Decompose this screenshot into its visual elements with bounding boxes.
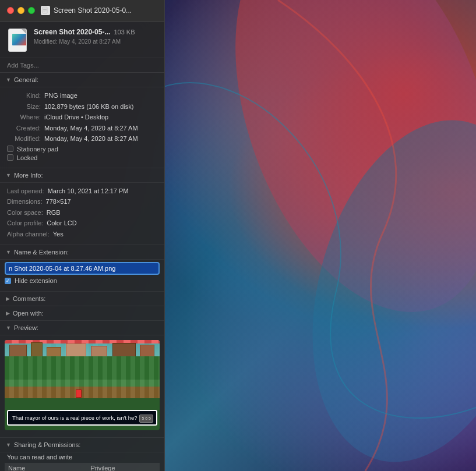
color-space-label: Color space:: [7, 208, 43, 218]
svg-rect-5: [43, 12, 45, 12]
modified-value: Monday, May 4, 2020 at 8:27 AM: [44, 134, 157, 144]
sharing-header[interactable]: ▼ Sharing & Permissions:: [0, 438, 164, 452]
permissions-table: Name Privilege jasoncohen (...: [5, 463, 160, 471]
file-icon: [7, 27, 28, 53]
stationery-row[interactable]: Stationery pad: [7, 146, 157, 153]
you-can-text: You can read and write: [0, 452, 164, 463]
svg-point-0: [186, 0, 476, 348]
file-size: 103 KB: [114, 29, 135, 36]
hide-extension-row[interactable]: ✓ Hide extension: [5, 277, 160, 284]
preview-header[interactable]: ▼ Preview:: [0, 321, 164, 335]
general-arrow-icon: ▼: [6, 77, 11, 83]
close-button[interactable]: [7, 7, 14, 14]
comments-section: ▶ Comments:: [0, 292, 164, 306]
name-ext-arrow-icon: ▼: [6, 249, 11, 255]
game-dialog: That mayor of ours is a real piece of wo…: [7, 410, 157, 426]
preview-image: That mayor of ours is a real piece of wo…: [5, 340, 160, 430]
more-info-header[interactable]: ▼ More Info:: [0, 168, 164, 183]
color-profile-row: Color profile: Color LCD: [7, 218, 157, 228]
sharing-section: ▼ Sharing & Permissions: You can read an…: [0, 438, 164, 471]
general-section: ▼ General: Kind: PNG image Size: 102,879…: [0, 73, 164, 168]
general-section-header[interactable]: ▼ General:: [0, 73, 164, 87]
size-row: Size: 102,879 bytes (106 KB on disk): [7, 102, 157, 112]
sharing-arrow-icon: ▼: [6, 442, 11, 448]
filename-input[interactable]: n Shot 2020-05-04 at 8.27.46 AM.png: [5, 262, 160, 275]
window-title: Screen Shot 2020-05-0...: [54, 6, 157, 15]
window-icon: [41, 6, 50, 15]
name-column-header: Name: [5, 463, 87, 471]
comments-label: Comments:: [13, 295, 45, 302]
last-opened-row: Last opened: March 10, 2021 at 12:17 PM: [7, 186, 157, 196]
hide-extension-label: Hide extension: [15, 277, 57, 284]
color-space-value: RGB: [47, 208, 157, 218]
modified-label: Modified:: [7, 134, 41, 144]
more-info-content: Last opened: March 10, 2021 at 12:17 PM …: [0, 183, 164, 246]
open-with-arrow-icon: ▶: [6, 310, 10, 316]
created-value: Monday, May 4, 2020 at 8:27 AM: [44, 123, 157, 133]
sharing-label: Sharing & Permissions:: [14, 441, 80, 448]
alpha-row: Alpha channel: Yes: [7, 229, 157, 239]
file-modified: Modified: May 4, 2020 at 8:27 AM: [34, 38, 157, 45]
where-row: Where: iCloud Drive • Desktop: [7, 112, 157, 122]
where-label: Where:: [7, 112, 41, 122]
open-with-section: ▶ Open with:: [0, 306, 164, 321]
size-value: 102,879 bytes (106 KB on disk): [44, 102, 157, 112]
name-ext-label: Name & Extension:: [14, 249, 69, 256]
game-preview-scene: That mayor of ours is a real piece of wo…: [5, 340, 160, 430]
comments-arrow-icon: ▶: [6, 296, 10, 302]
stationery-checkbox[interactable]: [7, 146, 13, 152]
general-content: Kind: PNG image Size: 102,879 bytes (106…: [0, 87, 164, 168]
svg-point-1: [277, 95, 476, 471]
file-header: Screen Shot 2020-05-... 103 KB Modified:…: [0, 22, 164, 58]
dimensions-label: Dimensions:: [7, 197, 43, 207]
maximize-button[interactable]: [28, 7, 35, 14]
file-info: Screen Shot 2020-05-... 103 KB Modified:…: [34, 27, 157, 45]
add-tags-label[interactable]: Add Tags...: [7, 62, 39, 69]
dimensions-value: 778×517: [46, 197, 157, 207]
title-bar: Screen Shot 2020-05-0...: [0, 0, 164, 22]
file-name: Screen Shot 2020-05-...: [34, 27, 110, 37]
more-info-section: ▼ More Info: Last opened: March 10, 2021…: [0, 168, 164, 246]
preview-section: ▼ Preview:: [0, 321, 164, 438]
name-extension-header[interactable]: ▼ Name & Extension:: [0, 245, 164, 260]
modified-row: Modified: Monday, May 4, 2020 at 8:27 AM: [7, 134, 157, 144]
created-label: Created:: [7, 123, 41, 133]
color-space-row: Color space: RGB: [7, 208, 157, 218]
kind-row: Kind: PNG image: [7, 91, 157, 101]
comments-header[interactable]: ▶ Comments:: [0, 292, 164, 306]
color-profile-value: Color LCD: [47, 218, 157, 228]
traffic-lights: [7, 7, 35, 14]
more-info-label: More Info:: [14, 172, 43, 179]
size-label: Size:: [7, 102, 41, 112]
dialog-text: That mayor of ours is a real piece of wo…: [12, 415, 137, 421]
wallpaper-curves: [161, 0, 476, 471]
info-panel: Screen Shot 2020-05-0... Screen Shot 202…: [0, 0, 165, 471]
more-info-arrow-icon: ▼: [6, 172, 11, 178]
privilege-column-header: Privilege: [87, 463, 160, 471]
preview-arrow-icon: ▼: [6, 325, 11, 331]
name-extension-section: ▼ Name & Extension: n Shot 2020-05-04 at…: [0, 245, 164, 292]
add-tags-area[interactable]: Add Tags...: [0, 58, 164, 73]
dimensions-row: Dimensions: 778×517: [7, 197, 157, 207]
last-opened-value: March 10, 2021 at 12:17 PM: [48, 186, 157, 196]
open-with-header[interactable]: ▶ Open with:: [0, 306, 164, 321]
stationery-label: Stationery pad: [17, 146, 58, 153]
general-label: General:: [14, 76, 38, 83]
locked-checkbox[interactable]: [7, 154, 13, 161]
where-value: iCloud Drive • Desktop: [44, 112, 157, 122]
open-with-label: Open with:: [13, 310, 44, 317]
color-profile-label: Color profile:: [7, 218, 43, 228]
kind-value: PNG image: [44, 91, 157, 101]
locked-label: Locked: [17, 154, 37, 161]
alpha-value: Yes: [53, 229, 157, 239]
alpha-label: Alpha channel:: [7, 229, 50, 239]
minimize-button[interactable]: [17, 7, 24, 14]
svg-rect-3: [43, 9, 47, 10]
locked-row[interactable]: Locked: [7, 154, 157, 161]
preview-label: Preview:: [14, 324, 38, 331]
svg-rect-4: [43, 10, 47, 11]
created-row: Created: Monday, May 4, 2020 at 8:27 AM: [7, 123, 157, 133]
kind-label: Kind:: [7, 91, 41, 101]
last-opened-label: Last opened:: [7, 186, 44, 196]
hide-extension-checkbox[interactable]: ✓: [5, 278, 11, 284]
